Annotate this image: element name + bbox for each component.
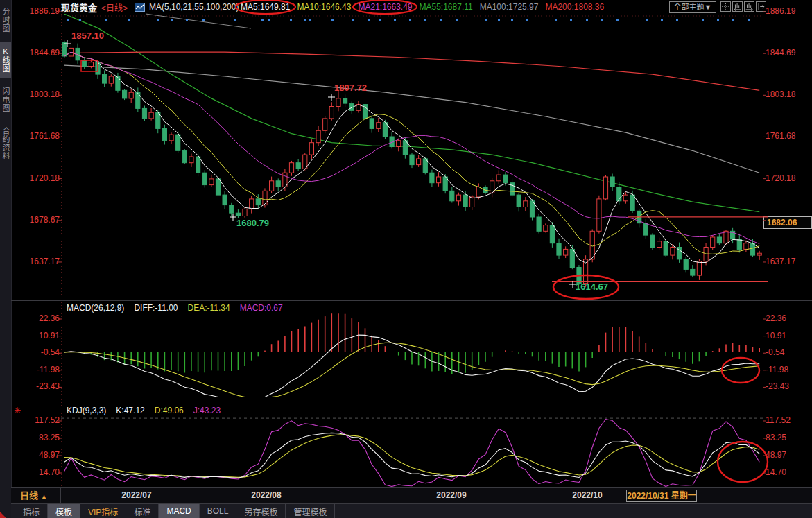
axis-tick-label: -11.98 <box>766 365 788 374</box>
tab-manage-templates[interactable]: 管理模板 <box>286 504 335 518</box>
price-level-tag: 1682.06 <box>763 216 812 229</box>
sidebar-item-flash-chart[interactable]: 闪电图 <box>0 82 11 118</box>
macd-title: MACD(26,12,9) <box>67 303 124 314</box>
axis-tick-label: 1803.18 <box>10 89 60 99</box>
tab-vip-indicators[interactable]: VIP指标 <box>80 504 126 518</box>
theme-select-button[interactable]: 全部主题▼ <box>669 1 716 13</box>
axis-tick-label: 10.91 <box>766 331 786 340</box>
tab-templates[interactable]: 模板 <box>48 504 80 518</box>
tab-save-template[interactable]: 另存模板 <box>236 504 286 518</box>
axis-tick-label: -0.54 <box>10 347 60 357</box>
axis-tick-label: 14.70 <box>766 467 786 477</box>
ma100-readout: MA100:1725.97 <box>480 2 539 12</box>
ma10-readout: MA10:1646.43 <box>297 2 351 12</box>
trading-app-window: 分时图 K线图 闪电图 合约资料 现货黄金 <日线> MA(5,10,21,55… <box>0 0 812 518</box>
axis-tick-label: -0.54 <box>766 347 784 357</box>
period-label: 日线 <box>20 490 38 501</box>
cursor-date-display: 2022/10/31 星期一 <box>626 490 697 502</box>
kdj-k-value: K:47.12 <box>116 406 144 417</box>
sidebar-divider <box>11 0 12 518</box>
ma55-readout: MA55:1687.11 <box>420 2 473 12</box>
axis-tick-label: 117.52 <box>766 415 791 425</box>
xaxis-label: 2022/10 <box>560 490 615 500</box>
tab-boll[interactable]: BOLL <box>200 504 237 518</box>
axis-tick-label: 22.36 <box>766 313 786 323</box>
macd-diff-value: DIFF:-11.00 <box>134 303 178 314</box>
left-sidebar: 分时图 K线图 闪电图 合约资料 <box>0 0 11 518</box>
ma5-readout: MA5:1649.81 <box>241 2 290 12</box>
axis-tick-label: 1637.17 <box>766 257 795 266</box>
chevron-up-icon: ▲ <box>41 493 47 500</box>
ma-params-label: MA(5,10,21,55,100,200) <box>149 2 241 12</box>
macd-macd-value: MACD:0.67 <box>240 303 283 314</box>
xaxis-label: 2022/08 <box>239 490 294 500</box>
axis-tick-label: 83.25 <box>766 433 786 442</box>
sidebar-item-kline-chart[interactable]: K线图 <box>0 42 11 78</box>
xaxis-label: 2022/09 <box>424 490 479 500</box>
axis-tick-label: 1761.68 <box>766 131 795 141</box>
symbol-title: 现货黄金 <box>61 1 101 14</box>
axis-tick-label: 48.97 <box>766 450 786 460</box>
axis-tick-label: 1637.17 <box>10 257 60 266</box>
kdj-j-value: J:43.23 <box>193 406 221 417</box>
panel-separator <box>11 404 812 404</box>
axis-tick-label: 22.36 <box>10 313 60 323</box>
kdj-title: KDJ(9,3,3) <box>67 406 106 417</box>
axis-tick-label: 14.70 <box>10 467 60 477</box>
axis-tick-label: 1844.69 <box>10 48 60 58</box>
tab-macd[interactable]: MACD <box>159 504 199 518</box>
kdj-panel-canvas[interactable] <box>61 416 763 487</box>
axis-tick-label: 10.91 <box>10 331 60 340</box>
axis-tick-label: 83.25 <box>10 433 60 442</box>
crosshair-icon[interactable] <box>720 1 731 12</box>
axis-tick-label: -11.98 <box>10 365 60 374</box>
axis-tick-label: 117.52 <box>10 415 60 425</box>
pan-right-icon[interactable] <box>756 1 766 12</box>
main-chart-canvas[interactable] <box>61 14 763 300</box>
axis-scale-right-icon[interactable] <box>744 1 754 12</box>
period-tag: <日线> <box>101 1 135 13</box>
indicator-tabbar: 指标 模板 VIP指标 标准 MACD BOLL 另存模板 管理模板 <box>11 504 812 518</box>
panel-separator <box>11 300 812 301</box>
tab-standard[interactable]: 标准 <box>126 504 159 518</box>
macd-readout: MACD(26,12,9) DIFF:-11.00 DEA:-11.34 MAC… <box>67 303 283 314</box>
axis-tick-label: 1761.68 <box>10 131 60 141</box>
kdj-d-value: D:49.06 <box>155 406 184 417</box>
axis-tick-label: 1844.69 <box>766 48 795 58</box>
axis-tick-label: 48.97 <box>10 450 60 460</box>
ma21-readout: MA21:1663.49 <box>358 2 412 12</box>
macd-dea-value: DEA:-11.34 <box>188 303 230 314</box>
xaxis-label: 2022/07 <box>109 490 164 500</box>
xaxis-row: 日线▲ 2022/07 2022/08 2022/09 2022/10 2022… <box>11 488 812 503</box>
corner-marker <box>0 512 6 518</box>
sidebar-item-contract-info[interactable]: 合约资料 <box>0 121 11 166</box>
axis-tick-label: 1886.19 <box>766 6 795 16</box>
period-selector[interactable]: 日线▲ <box>11 488 61 503</box>
axis-tick-label: 1720.18 <box>10 173 60 183</box>
axis-tick-label: 1678.67 <box>10 215 60 225</box>
axis-tick-label: 1720.18 <box>766 173 795 183</box>
axis-tick-label: -23.43 <box>766 381 789 391</box>
ma200-readout: MA200:1808.36 <box>545 2 604 12</box>
axis-tick-label: 1803.18 <box>766 89 795 99</box>
kdj-readout: KDJ(9,3,3) K:47.12 D:49.06 J:43.23 <box>67 406 221 417</box>
axis-tick-label: 1886.19 <box>10 6 60 16</box>
sidebar-item-time-chart[interactable]: 分时图 <box>0 2 11 38</box>
hot-indicator-icon: ✳ <box>14 406 21 415</box>
axis-scale-left-icon[interactable] <box>732 1 743 12</box>
axis-tick-label: -23.43 <box>10 381 60 391</box>
chart-header: 现货黄金 <日线> MA(5,10,21,55,100,200) MA5:164… <box>61 0 611 14</box>
macd-panel-canvas[interactable] <box>61 302 763 403</box>
tab-indicators[interactable]: 指标 <box>15 504 48 518</box>
kline-icon <box>135 2 145 12</box>
